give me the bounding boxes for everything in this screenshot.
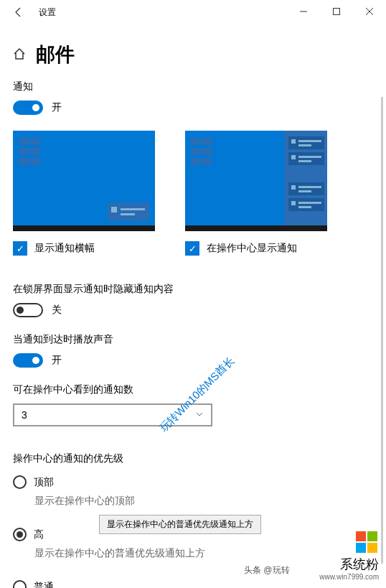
action-center-preview[interactable] (185, 131, 327, 231)
page-header: 邮件 (13, 42, 373, 67)
sound-toggle[interactable] (13, 353, 43, 368)
brand-logo-icon (356, 531, 379, 553)
show-action-center-label: 在操作中心显示通知 (207, 242, 297, 255)
brand-text: 系统粉 (319, 556, 379, 573)
sound-label: 当通知到达时播放声音 (13, 333, 373, 346)
priority-high-label: 高 (34, 528, 44, 541)
priority-top-radio[interactable]: 顶部 (13, 475, 373, 489)
priority-top-label: 顶部 (34, 476, 54, 489)
minimize-button[interactable] (287, 0, 320, 23)
svg-rect-1 (334, 9, 340, 15)
priority-label: 操作中心的通知的优先级 (13, 452, 373, 465)
sound-toggle-row: 开 (13, 353, 373, 368)
checkbox-row: ✓ 显示通知横幅 ✓ 在操作中心显示通知 (13, 241, 373, 256)
window-title: 设置 (39, 6, 56, 19)
count-dropdown[interactable]: 3 (13, 403, 212, 426)
scrollbar[interactable] (381, 97, 383, 564)
lockscreen-toggle-row: 关 (13, 303, 373, 317)
priority-top: 顶部 显示在操作中心的顶部 (13, 475, 373, 508)
content-area: 邮件 通知 开 (0, 24, 386, 588)
count-value: 3 (22, 409, 27, 421)
banner-preview[interactable] (13, 131, 155, 231)
page-title: 邮件 (36, 42, 75, 67)
lockscreen-toggle-value: 关 (52, 304, 62, 317)
back-button[interactable] (7, 1, 30, 24)
maximize-button[interactable] (320, 0, 353, 23)
lockscreen-label: 在锁屏界面显示通知时隐藏通知内容 (13, 283, 373, 296)
priority-tooltip: 显示在操作中心的普通优先级通知上方 (99, 515, 261, 534)
notifications-toggle-row: 开 (13, 101, 373, 115)
notifications-label: 通知 (13, 80, 373, 93)
preview-thumbnails (13, 131, 373, 231)
notifications-toggle-value: 开 (52, 101, 62, 114)
check-icon: ✓ (189, 243, 197, 254)
titlebar: 设置 (0, 0, 386, 24)
window-controls (287, 0, 386, 23)
priority-normal: 普通 显示在操作中心的高优先级通知下方 (13, 580, 373, 588)
brand-url: www.win7999.com (319, 573, 379, 581)
priority-normal-label: 普通 (34, 581, 54, 589)
show-banner-checkbox[interactable]: ✓ 显示通知横幅 (13, 241, 155, 256)
close-button[interactable] (353, 0, 386, 23)
chevron-down-icon (195, 409, 204, 421)
count-label: 可在操作中心看到的通知数 (13, 383, 373, 396)
brand-footer: 系统粉 www.win7999.com (319, 531, 379, 581)
home-icon[interactable] (13, 47, 26, 62)
show-banner-label: 显示通知横幅 (34, 242, 95, 255)
check-icon: ✓ (17, 243, 24, 254)
priority-normal-radio[interactable]: 普通 (13, 580, 373, 588)
notifications-toggle[interactable] (13, 101, 43, 115)
sound-toggle-value: 开 (52, 354, 62, 367)
lockscreen-toggle[interactable] (13, 303, 43, 317)
priority-top-desc: 显示在操作中心的顶部 (34, 495, 373, 508)
tail-text: 头条 @玩转 (244, 564, 290, 577)
show-action-center-checkbox[interactable]: ✓ 在操作中心显示通知 (185, 241, 327, 256)
